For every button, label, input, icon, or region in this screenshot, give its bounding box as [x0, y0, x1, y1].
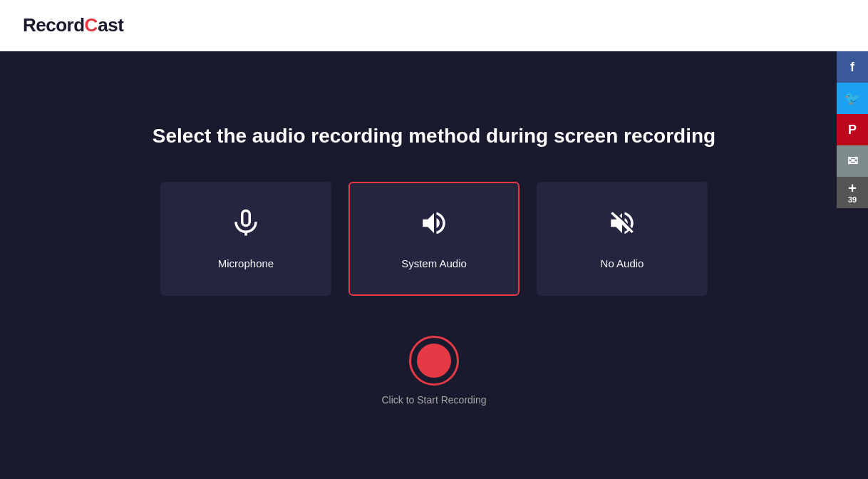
no-audio-card[interactable]: No Audio [537, 182, 708, 296]
more-share-button[interactable]: + 39 [837, 177, 868, 208]
main-content: Select the audio recording method during… [0, 51, 868, 479]
facebook-share-button[interactable]: f [837, 51, 868, 83]
system-audio-card[interactable]: System Audio [348, 182, 520, 296]
no-audio-icon [607, 208, 637, 244]
facebook-icon: f [850, 60, 854, 75]
logo-record: Record [23, 14, 85, 36]
microphone-card[interactable]: Microphone [160, 182, 331, 296]
twitter-share-button[interactable]: 🐦 [837, 83, 868, 114]
microphone-label: Microphone [218, 257, 274, 269]
system-audio-label: System Audio [401, 257, 467, 269]
record-label: Click to Start Recording [381, 394, 486, 406]
record-button-inner [417, 344, 451, 378]
microphone-icon [231, 208, 261, 244]
audio-options-row: Microphone System Audio No Audio [160, 182, 708, 296]
more-plus-icon: + [848, 181, 857, 195]
logo: RecordCast [23, 14, 123, 36]
email-icon: ✉ [847, 153, 858, 169]
pinterest-share-button[interactable]: P [837, 114, 868, 145]
system-audio-icon [419, 208, 449, 244]
record-section: Click to Start Recording [381, 336, 486, 406]
twitter-icon: 🐦 [844, 91, 860, 106]
logo-c: C [85, 14, 98, 36]
header: RecordCast [0, 0, 868, 51]
social-sidebar: f 🐦 P ✉ + 39 [837, 51, 868, 208]
email-share-button[interactable]: ✉ [837, 145, 868, 177]
pinterest-icon: P [848, 123, 857, 138]
no-audio-label: No Audio [601, 257, 644, 269]
more-count: 39 [848, 195, 857, 204]
record-button[interactable] [409, 336, 459, 386]
page-heading: Select the audio recording method during… [153, 125, 715, 148]
logo-cast: ast [98, 14, 123, 36]
